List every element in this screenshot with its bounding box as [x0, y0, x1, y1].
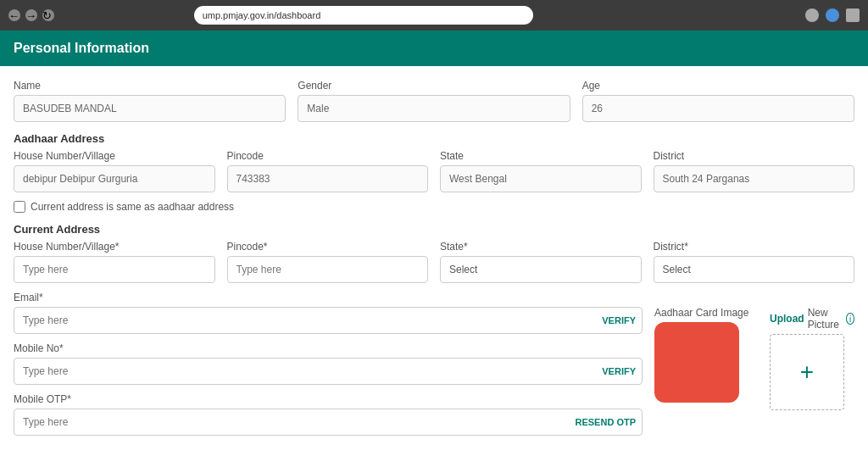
age-label: Age — [582, 80, 854, 92]
new-picture-text: New Picture — [808, 307, 843, 331]
browser-toolbar — [805, 8, 860, 22]
page-header: Personal Information — [0, 31, 868, 66]
current-address-section-label: Current Address — [14, 223, 854, 236]
url-text: ump.pmjay.gov.in/dashboard — [203, 10, 321, 20]
name-input — [14, 95, 286, 122]
gender-input — [298, 95, 570, 122]
back-btn[interactable]: ← — [8, 9, 20, 21]
current-house-input[interactable] — [14, 256, 215, 283]
group-current-district: District* Select — [654, 241, 855, 283]
name-label: Name — [14, 80, 286, 92]
group-mobile: Mobile No* VERIFY — [14, 342, 643, 385]
group-house: House Number/Village — [14, 150, 215, 192]
resend-otp-button[interactable]: RESEND OTP — [575, 417, 636, 427]
same-address-row[interactable]: Current address is same as aadhaar addre… — [14, 201, 854, 213]
browser-controls[interactable]: ← → ↻ — [8, 9, 54, 21]
current-pincode-input[interactable] — [227, 256, 429, 283]
group-state: State — [440, 150, 642, 192]
row-aadhaar-address: House Number/Village Pincode State Distr… — [14, 150, 854, 192]
mobile-label: Mobile No* — [14, 342, 643, 354]
group-district: District — [654, 150, 855, 192]
house-label: House Number/Village — [14, 150, 215, 162]
state-input — [440, 165, 642, 192]
extensions-icon — [805, 8, 819, 22]
row-name-gender-age: Name Gender Age — [14, 80, 854, 122]
aadhaar-card-image-box: Aadhaar Card Image — [654, 307, 756, 403]
district-input — [654, 165, 855, 192]
pincode-label: Pincode — [227, 150, 429, 162]
form-content: Name Gender Age Aadhaar Address House Nu… — [0, 66, 868, 456]
current-house-label: House Number/Village* — [14, 241, 215, 253]
same-address-label: Current address is same as aadhaar addre… — [31, 201, 234, 213]
upload-picture-box: Upload New Picture i + — [770, 307, 854, 410]
otp-input-wrapper: RESEND OTP — [14, 409, 643, 436]
bottom-section: Email* VERIFY Mobile No* VERIFY Mobile O… — [14, 292, 854, 444]
email-label: Email* — [14, 292, 643, 303]
house-input — [14, 165, 215, 192]
otp-input[interactable] — [14, 409, 643, 436]
current-district-label: District* — [654, 241, 855, 253]
page-title: Personal Information — [14, 41, 854, 56]
upload-link[interactable]: Upload — [770, 313, 804, 325]
reload-btn[interactable]: ↻ — [42, 9, 54, 21]
info-icon[interactable]: i — [846, 313, 854, 325]
upload-label-row: Upload New Picture i — [770, 307, 854, 331]
group-current-pincode: Pincode* — [227, 241, 429, 283]
browser-chrome: ← → ↻ ump.pmjay.gov.in/dashboard — [0, 0, 868, 31]
group-email: Email* VERIFY — [14, 292, 643, 334]
current-pincode-label: Pincode* — [227, 241, 429, 253]
mobile-input[interactable] — [14, 358, 643, 385]
left-fields: Email* VERIFY Mobile No* VERIFY Mobile O… — [14, 292, 643, 444]
email-input[interactable] — [14, 307, 643, 334]
row-current-address: House Number/Village* Pincode* State* Se… — [14, 241, 854, 283]
group-name: Name — [14, 80, 286, 122]
gender-label: Gender — [298, 80, 570, 92]
right-aadhaar-panel: Aadhaar Card Image Upload New Picture i … — [654, 292, 854, 444]
verify-mobile-button[interactable]: VERIFY — [602, 366, 636, 376]
group-pincode: Pincode — [227, 150, 429, 192]
pincode-input — [227, 165, 429, 192]
verify-email-button[interactable]: VERIFY — [602, 315, 636, 325]
group-age: Age — [582, 80, 854, 122]
bookmark-icon — [846, 8, 860, 22]
age-input — [582, 95, 854, 122]
aadhaar-card-label: Aadhaar Card Image — [654, 307, 756, 319]
account-icon — [826, 8, 839, 22]
mobile-input-wrapper: VERIFY — [14, 358, 643, 385]
district-label: District — [654, 150, 855, 162]
group-current-house: House Number/Village* — [14, 241, 215, 283]
current-state-label: State* — [440, 241, 642, 253]
group-otp: Mobile OTP* RESEND OTP — [14, 393, 643, 436]
forward-btn[interactable]: → — [25, 9, 37, 21]
upload-plus-icon: + — [800, 360, 814, 384]
group-current-state: State* Select — [440, 241, 642, 283]
url-bar[interactable]: ump.pmjay.gov.in/dashboard — [194, 6, 533, 25]
upload-area[interactable]: + — [770, 334, 844, 410]
otp-label: Mobile OTP* — [14, 393, 643, 405]
aadhaar-card-image — [654, 322, 739, 403]
same-address-checkbox[interactable] — [14, 201, 25, 213]
current-state-select[interactable]: Select — [440, 256, 642, 283]
current-district-select[interactable]: Select — [654, 256, 855, 283]
state-label: State — [440, 150, 642, 162]
group-gender: Gender — [298, 80, 570, 122]
email-input-wrapper: VERIFY — [14, 307, 643, 334]
aadhaar-address-section-label: Aadhaar Address — [14, 132, 854, 145]
